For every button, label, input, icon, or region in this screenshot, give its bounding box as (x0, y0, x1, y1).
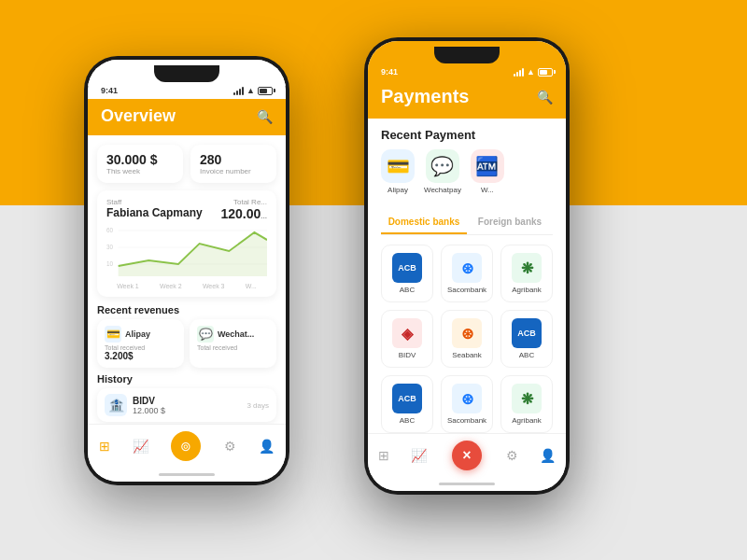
agribank-logo-1: ❋ (512, 253, 542, 283)
nav-chart[interactable]: 📈 (133, 439, 148, 454)
phone2-bottom-nav: ⊞ 📈 ⚙ 👤 × (368, 433, 566, 476)
wifi-icon: ▲ (247, 86, 255, 95)
phone-overview: 9:41 ▲ Overview 🔍 30.000 $ (84, 56, 289, 485)
revenue-cards: 💳 Alipay Total received 3.200$ 💬 Wechat.… (97, 319, 276, 368)
bidv-logo-1: ◈ (392, 318, 422, 348)
signal-icon-2 (514, 67, 524, 77)
phone2-header: Payments 🔍 (368, 80, 566, 119)
rev1-name: Alipay (125, 329, 150, 339)
bank-agribank-2[interactable]: ❋ Agribank (500, 375, 553, 433)
phone2-nav-chart[interactable]: 📈 (411, 448, 427, 463)
bank-sacombank-1[interactable]: ⊛ Sacombank (441, 245, 493, 302)
tabs-row: Domestic banks Foreign banks (381, 211, 553, 235)
acb-logo-2: ACB (512, 318, 542, 348)
history-title: History (97, 373, 276, 385)
payment-method-wechat[interactable]: 💬 Wechatpay (424, 149, 461, 194)
svg-text:30: 30 (106, 244, 113, 250)
battery-icon (258, 87, 273, 95)
wechat-pm-icon: 💬 (426, 149, 459, 183)
bank-agribank-1[interactable]: ❋ Agribank (500, 245, 553, 302)
acb-logo-1: ACB (392, 253, 422, 283)
bank-acb-1[interactable]: ACB ABC (381, 245, 433, 302)
alipay-icon: 💳 (105, 326, 121, 343)
nav-grid[interactable]: ⊞ (99, 439, 110, 454)
alipay-label: Alipay (388, 186, 408, 194)
stat2-label: Invoice number (200, 167, 267, 175)
hist1-name: BIDV (133, 396, 241, 406)
phone2-nav-grid[interactable]: ⊞ (378, 448, 389, 463)
svg-text:10: 10 (106, 260, 113, 267)
phone1-home-bar (88, 467, 286, 482)
stat2-value: 280 (200, 152, 267, 167)
phone-payments: 9:41 ▲ Payments 🔍 Recent Payment (364, 37, 570, 495)
phone2-home-bar-line (439, 483, 495, 485)
close-fab-button[interactable]: × (452, 441, 482, 470)
rev2-name: Wechat... (218, 329, 254, 339)
phone1-icons: ▲ (233, 86, 273, 95)
phone2-notch-bar (434, 47, 500, 63)
chart-icon: 📈 (133, 439, 148, 454)
sacombank-logo-2: ⊛ (452, 384, 482, 413)
phone2-status-icons: ▲ (514, 67, 553, 77)
chart-svg: 60 30 10 (106, 225, 267, 276)
grid-icon: ⊞ (99, 439, 110, 454)
w-pm-icon: 🏧 (471, 149, 504, 183)
sacombank-logo-1: ⊛ (452, 253, 482, 283)
phone2-search-icon[interactable]: 🔍 (537, 90, 553, 105)
nav-sliders[interactable]: ⚙ (224, 439, 236, 454)
user-icon: 👤 (259, 439, 275, 454)
total-amount: 120.00... (221, 206, 268, 221)
stat1-value: 30.000 $ (106, 152, 174, 167)
sliders-icon: ⚙ (224, 439, 236, 454)
stat1-label: This week (106, 167, 174, 175)
staff-section: Staff Fabiana Capmany Total Re... 120.00… (97, 190, 276, 297)
banks-grid: ACB ABC ⊛ Sacombank ❋ Agribank ◈ BIDV ⊛ (368, 235, 566, 433)
hist1-date: 3 days (247, 401, 269, 410)
scan-icon: ⊚ (180, 439, 191, 454)
phone2-status-bar: 9:41 ▲ (368, 67, 566, 80)
payment-method-w[interactable]: 🏧 W... (471, 149, 504, 194)
w-label: W... (481, 186, 494, 194)
chart-area: 60 30 10 (106, 225, 267, 281)
staff-label: Staff (106, 198, 203, 206)
hist1-amount: 12.000 $ (133, 406, 241, 415)
agribank-logo-2: ❋ (512, 384, 542, 413)
hist-info: BIDV 12.000 $ (133, 396, 241, 415)
nav-user[interactable]: 👤 (259, 439, 275, 454)
bank-acb-3[interactable]: ACB ABC (381, 375, 433, 433)
phone2-chart-icon: 📈 (411, 448, 427, 463)
stats-row: 30.000 $ This week 280 Invoice number (97, 145, 276, 183)
nav-scan[interactable]: ⊚ (171, 431, 201, 461)
wechat-icon: 💬 (197, 326, 214, 343)
stat-card-invoice: 280 Invoice number (190, 145, 276, 183)
svg-text:60: 60 (106, 227, 113, 233)
bank-sacombank-2[interactable]: ⊛ Sacombank (441, 375, 493, 433)
recent-payment-section: Recent Payment 💳 Alipay 💬 Wechatpay (368, 119, 566, 211)
staff-name: Fabiana Capmany (106, 206, 203, 219)
bank-acb-2[interactable]: ACB ABC (500, 310, 553, 368)
rev1-sub: Total received (105, 344, 176, 351)
rev2-sub: Total received (197, 344, 269, 351)
bank-seabank-1[interactable]: ⊛ Seabank (441, 310, 493, 368)
stat-card-weekly: 30.000 $ This week (97, 145, 183, 183)
chart-labels: Week 1 Week 2 Week 3 W... (106, 283, 267, 289)
rev-card-wechat: 💬 Wechat... Total received (190, 319, 276, 368)
phone2-nav-user[interactable]: 👤 (540, 448, 556, 463)
bank-bidv-1[interactable]: ◈ BIDV (381, 310, 433, 368)
scan-fab[interactable]: ⊚ (171, 431, 201, 461)
wifi-icon-2: ▲ (527, 67, 535, 77)
phone1-header: Overview 🔍 (88, 99, 286, 135)
total-label: Total Re... (221, 198, 268, 206)
home-bar (159, 473, 215, 476)
acb-logo-3: ACB (392, 384, 422, 413)
rev1-amount: 3.200$ (105, 351, 176, 361)
tab-foreign[interactable]: Foreign banks (467, 211, 553, 234)
recent-revenues-title: Recent revenues (97, 304, 276, 315)
history-item-bidv: 🏦 BIDV 12.000 $ 3 days (97, 388, 276, 422)
phone1-notch (88, 60, 286, 86)
phone1-search-icon[interactable]: 🔍 (257, 109, 273, 124)
payment-method-alipay[interactable]: 💳 Alipay (381, 149, 415, 194)
phone2-nav-sliders[interactable]: ⚙ (506, 448, 518, 463)
wechat-label: Wechatpay (424, 186, 461, 194)
tab-domestic[interactable]: Domestic banks (381, 211, 467, 234)
